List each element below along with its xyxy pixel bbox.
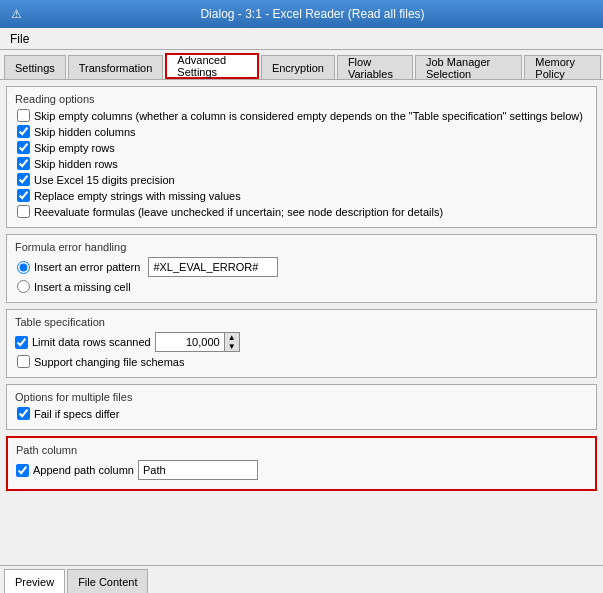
- tab-encryption[interactable]: Encryption: [261, 55, 335, 79]
- append-path-checkbox[interactable]: [16, 464, 29, 477]
- tab-transformation[interactable]: Transformation: [68, 55, 164, 79]
- support-changing-row: Support changing file schemas: [15, 355, 588, 368]
- skip-empty-cols-row: Skip empty columns (whether a column is …: [15, 109, 588, 122]
- fail-if-specs-row: Fail if specs differ: [15, 407, 588, 420]
- skip-empty-rows-checkbox[interactable]: [17, 141, 30, 154]
- table-spec-section: Table specification Limit data rows scan…: [6, 309, 597, 378]
- skip-hidden-rows-row: Skip hidden rows: [15, 157, 588, 170]
- limit-rows-spinner: ▲ ▼: [155, 332, 240, 352]
- tab-job-manager[interactable]: Job Manager Selection: [415, 55, 522, 79]
- tab-flow-variables[interactable]: Flow Variables: [337, 55, 413, 79]
- support-changing-label: Support changing file schemas: [34, 356, 184, 368]
- skip-hidden-cols-checkbox[interactable]: [17, 125, 30, 138]
- append-path-row: Append path column: [16, 460, 587, 480]
- replace-empty-strings-row: Replace empty strings with missing value…: [15, 189, 588, 202]
- insert-missing-cell-radio[interactable]: [17, 280, 30, 293]
- formula-error-title: Formula error handling: [15, 241, 588, 253]
- support-changing-checkbox[interactable]: [17, 355, 30, 368]
- skip-hidden-cols-row: Skip hidden columns: [15, 125, 588, 138]
- title-bar: ⚠ Dialog - 3:1 - Excel Reader (Read all …: [0, 0, 603, 28]
- insert-error-pattern-row: Insert an error pattern: [15, 257, 588, 277]
- skip-empty-rows-label: Skip empty rows: [34, 142, 115, 154]
- skip-empty-cols-label: Skip empty columns (whether a column is …: [34, 110, 583, 122]
- reevaluate-formulas-checkbox[interactable]: [17, 205, 30, 218]
- reevaluate-formulas-label: Reevaluate formulas (leave unchecked if …: [34, 206, 443, 218]
- excel-15-digits-checkbox[interactable]: [17, 173, 30, 186]
- reading-options-title: Reading options: [15, 93, 588, 105]
- bottom-tab-preview[interactable]: Preview: [4, 569, 65, 593]
- append-path-label: Append path column: [33, 464, 134, 476]
- tab-settings[interactable]: Settings: [4, 55, 66, 79]
- insert-missing-cell-label: Insert a missing cell: [34, 281, 131, 293]
- bottom-tabs: Preview File Content: [0, 565, 603, 593]
- limit-rows-input[interactable]: [155, 332, 225, 352]
- path-column-section: Path column Append path column: [6, 436, 597, 491]
- fail-if-specs-checkbox[interactable]: [17, 407, 30, 420]
- insert-error-pattern-label: Insert an error pattern: [34, 261, 140, 273]
- tab-advanced-settings[interactable]: Advanced Settings: [165, 53, 259, 79]
- reading-options-section: Reading options Skip empty columns (whet…: [6, 86, 597, 228]
- replace-empty-strings-checkbox[interactable]: [17, 189, 30, 202]
- excel-15-digits-label: Use Excel 15 digits precision: [34, 174, 175, 186]
- formula-error-section: Formula error handling Insert an error p…: [6, 234, 597, 303]
- title-text: Dialog - 3:1 - Excel Reader (Read all fi…: [30, 7, 595, 21]
- excel-15-digits-row: Use Excel 15 digits precision: [15, 173, 588, 186]
- replace-empty-strings-label: Replace empty strings with missing value…: [34, 190, 241, 202]
- skip-hidden-rows-checkbox[interactable]: [17, 157, 30, 170]
- limit-rows-row: Limit data rows scanned ▲ ▼: [15, 332, 588, 352]
- spinner-down-button[interactable]: ▼: [225, 342, 239, 351]
- skip-empty-cols-checkbox[interactable]: [17, 109, 30, 122]
- insert-error-pattern-radio[interactable]: [17, 261, 30, 274]
- warning-icon: ⚠: [8, 6, 24, 22]
- table-spec-title: Table specification: [15, 316, 588, 328]
- path-column-title: Path column: [16, 444, 587, 456]
- insert-missing-cell-row: Insert a missing cell: [15, 280, 588, 293]
- reevaluate-formulas-row: Reevaluate formulas (leave unchecked if …: [15, 205, 588, 218]
- limit-rows-label: Limit data rows scanned: [32, 336, 151, 348]
- path-column-input[interactable]: [138, 460, 258, 480]
- skip-hidden-cols-label: Skip hidden columns: [34, 126, 136, 138]
- tab-memory-policy[interactable]: Memory Policy: [524, 55, 601, 79]
- skip-empty-rows-row: Skip empty rows: [15, 141, 588, 154]
- spinner-buttons: ▲ ▼: [225, 332, 240, 352]
- spinner-up-button[interactable]: ▲: [225, 333, 239, 342]
- file-menu[interactable]: File: [4, 30, 35, 48]
- tabs-container: Settings Transformation Advanced Setting…: [0, 50, 603, 80]
- error-pattern-input[interactable]: [148, 257, 278, 277]
- menu-bar: File: [0, 28, 603, 50]
- main-content: Reading options Skip empty columns (whet…: [0, 80, 603, 565]
- multiple-files-section: Options for multiple files Fail if specs…: [6, 384, 597, 430]
- bottom-tab-file-content[interactable]: File Content: [67, 569, 148, 593]
- fail-if-specs-label: Fail if specs differ: [34, 408, 119, 420]
- multiple-files-title: Options for multiple files: [15, 391, 588, 403]
- skip-hidden-rows-label: Skip hidden rows: [34, 158, 118, 170]
- limit-rows-checkbox[interactable]: [15, 336, 28, 349]
